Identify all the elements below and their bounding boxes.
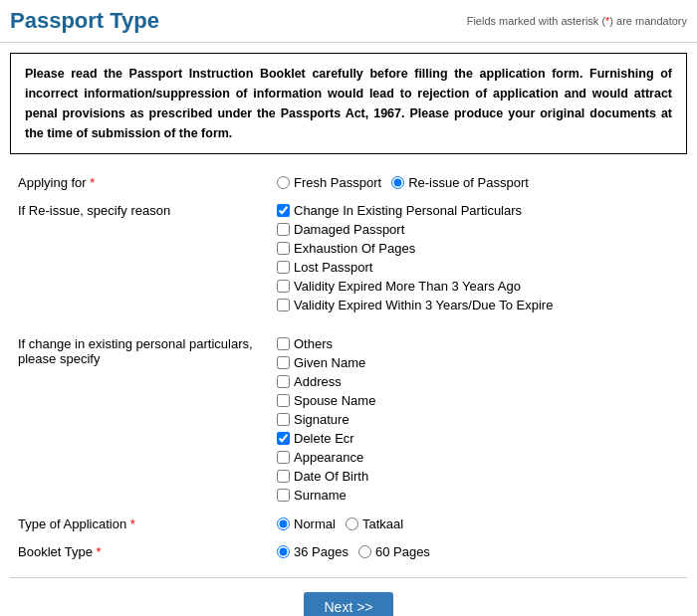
surname-checkbox[interactable]	[277, 489, 290, 502]
change-label: If change in existing personal particula…	[10, 331, 269, 512]
damaged-text: Damaged Passport	[294, 222, 404, 237]
applying-for-options: Fresh Passport Re-issue of Passport	[269, 170, 687, 198]
others-checkbox[interactable]	[277, 337, 290, 350]
surname-text: Surname	[294, 488, 347, 503]
validity-more-label[interactable]: Validity Expired More Than 3 Years Ago	[277, 279, 679, 294]
date-of-birth-label[interactable]: Date Of Birth	[277, 469, 679, 484]
tatkaal-label[interactable]: Tatkaal	[346, 516, 403, 531]
lost-checkbox[interactable]	[277, 261, 290, 274]
validity-more-text: Validity Expired More Than 3 Years Ago	[294, 279, 521, 294]
pages60-text: 60 Pages	[375, 544, 430, 559]
fresh-passport-label[interactable]: Fresh Passport	[277, 175, 381, 190]
type-application-row: Type of Application * Normal Tatkaal	[10, 512, 687, 539]
delete-ecr-label[interactable]: Delete Ecr	[277, 431, 679, 446]
applying-for-radio-group: Fresh Passport Re-issue of Passport	[277, 175, 679, 193]
applying-for-label: Applying for *	[10, 170, 269, 198]
booklet-type-row: Booklet Type * 36 Pages 60 Pages	[10, 539, 687, 567]
delete-ecr-text: Delete Ecr	[294, 431, 354, 446]
lost-text: Lost Passport	[294, 260, 373, 275]
pages36-label[interactable]: 36 Pages	[277, 544, 348, 559]
change-personal-checkbox[interactable]	[277, 204, 290, 217]
address-label[interactable]: Address	[277, 374, 679, 389]
type-radio-group: Normal Tatkaal	[277, 516, 679, 534]
exhaustion-label[interactable]: Exhaustion Of Pages	[277, 241, 679, 256]
normal-text: Normal	[294, 516, 336, 531]
tatkaal-radio[interactable]	[346, 517, 358, 530]
others-label[interactable]: Others	[277, 336, 679, 351]
mandatory-note: Fields marked with asterisk (*) are mand…	[467, 15, 687, 27]
change-personal-label[interactable]: Change In Existing Personal Particulars	[277, 203, 679, 218]
validity-within-checkbox[interactable]	[277, 299, 290, 311]
reissue-passport-radio[interactable]	[391, 176, 404, 189]
booklet-radio-group: 36 Pages 60 Pages	[277, 544, 679, 562]
reissue-label: If Re-issue, specify reason	[10, 198, 269, 321]
reissue-passport-label[interactable]: Re-issue of Passport	[391, 175, 529, 190]
address-text: Address	[294, 374, 342, 389]
appearance-checkbox[interactable]	[277, 451, 290, 464]
tatkaal-text: Tatkaal	[362, 516, 403, 531]
asterisk: *	[605, 15, 609, 27]
delete-ecr-checkbox[interactable]	[277, 432, 290, 445]
signature-checkbox[interactable]	[277, 413, 290, 426]
type-required-mark: *	[130, 516, 135, 531]
next-button[interactable]: Next >>	[304, 592, 392, 616]
booklet-type-label: Booklet Type *	[10, 539, 269, 567]
next-button-row: Next >>	[10, 577, 687, 616]
page-header: Passport Type Fields marked with asteris…	[0, 0, 697, 43]
pages60-radio[interactable]	[358, 545, 371, 558]
pages36-radio[interactable]	[277, 545, 290, 558]
validity-more-checkbox[interactable]	[277, 280, 290, 293]
damaged-label[interactable]: Damaged Passport	[277, 222, 679, 237]
warning-box: Please read the Passport Instruction Boo…	[10, 53, 687, 154]
appearance-text: Appearance	[294, 450, 363, 465]
spouse-name-label[interactable]: Spouse Name	[277, 393, 679, 408]
fresh-passport-text: Fresh Passport	[294, 175, 381, 190]
damaged-checkbox[interactable]	[277, 223, 290, 236]
change-options: Others Given Name Address Spouse Na	[269, 331, 687, 512]
appearance-label[interactable]: Appearance	[277, 450, 679, 465]
fresh-passport-radio[interactable]	[277, 176, 290, 189]
applying-for-row: Applying for * Fresh Passport Re-issue o…	[10, 170, 687, 198]
gap-row-1	[10, 321, 687, 331]
type-application-options: Normal Tatkaal	[269, 512, 687, 539]
normal-label[interactable]: Normal	[277, 516, 336, 531]
lost-label[interactable]: Lost Passport	[277, 260, 679, 275]
form-content: Please read the Passport Instruction Boo…	[0, 43, 697, 616]
validity-within-text: Validity Expired Within 3 Years/Due To E…	[294, 298, 553, 312]
change-checkbox-list: Others Given Name Address Spouse Na	[277, 336, 679, 507]
pages36-text: 36 Pages	[294, 544, 348, 559]
others-text: Others	[294, 336, 333, 351]
address-checkbox[interactable]	[277, 375, 290, 388]
date-of-birth-checkbox[interactable]	[277, 470, 290, 483]
type-application-label: Type of Application *	[10, 512, 269, 539]
reissue-checkbox-list: Change In Existing Personal Particulars …	[277, 203, 679, 316]
exhaustion-text: Exhaustion Of Pages	[294, 241, 415, 256]
booklet-type-options: 36 Pages 60 Pages	[269, 539, 687, 567]
spouse-name-text: Spouse Name	[294, 393, 375, 408]
change-personal-text: Change In Existing Personal Particulars	[294, 203, 522, 218]
signature-label[interactable]: Signature	[277, 412, 679, 427]
spouse-name-checkbox[interactable]	[277, 394, 290, 407]
reissue-passport-text: Re-issue of Passport	[408, 175, 529, 190]
reissue-options: Change In Existing Personal Particulars …	[269, 198, 687, 321]
pages60-label[interactable]: 60 Pages	[358, 544, 430, 559]
given-name-checkbox[interactable]	[277, 356, 290, 369]
page-title: Passport Type	[10, 8, 159, 34]
warning-text: Please read the Passport Instruction Boo…	[25, 67, 672, 140]
normal-radio[interactable]	[277, 517, 290, 530]
required-mark: *	[90, 175, 95, 190]
given-name-label[interactable]: Given Name	[277, 355, 679, 370]
surname-label[interactable]: Surname	[277, 488, 679, 503]
signature-text: Signature	[294, 412, 349, 427]
booklet-required-mark: *	[97, 544, 102, 559]
given-name-text: Given Name	[294, 355, 365, 370]
form-table: Applying for * Fresh Passport Re-issue o…	[10, 170, 687, 567]
reissue-row: If Re-issue, specify reason Change In Ex…	[10, 198, 687, 321]
validity-within-label[interactable]: Validity Expired Within 3 Years/Due To E…	[277, 298, 679, 312]
change-particulars-row: If change in existing personal particula…	[10, 331, 687, 512]
exhaustion-checkbox[interactable]	[277, 242, 290, 255]
date-of-birth-text: Date Of Birth	[294, 469, 368, 484]
